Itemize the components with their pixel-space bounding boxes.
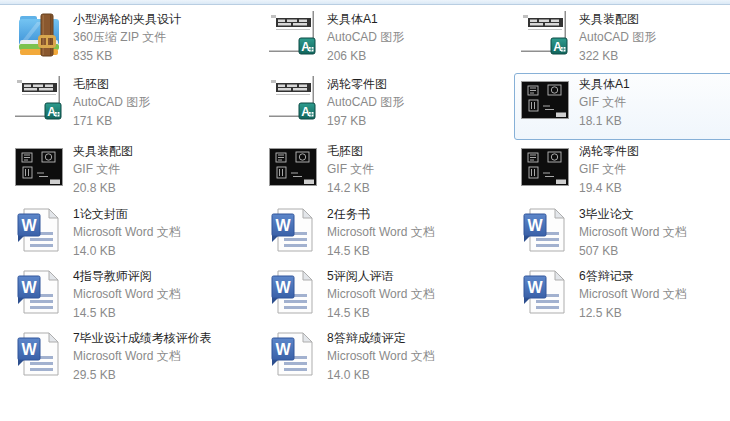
- file-size: 14.5 KB: [73, 304, 181, 323]
- file-name: 4指导教师评阅: [73, 267, 181, 285]
- file-size: 835 KB: [73, 47, 181, 66]
- word-document-icon: W: [521, 268, 569, 316]
- file-text-block: 涡轮零件图 AutoCAD 图形 197 KB: [327, 75, 404, 131]
- file-grid: 小型涡轮的夹具设计 360压缩 ZIP 文件 835 KB A: [8, 8, 730, 389]
- svg-text:W: W: [21, 279, 37, 296]
- svg-text:W: W: [275, 217, 291, 234]
- file-type: GIF 文件: [73, 160, 133, 179]
- file-text-block: 7毕业设计成绩考核评价表 Microsoft Word 文档 29.5 KB: [73, 329, 212, 385]
- file-name: 2任务书: [327, 205, 435, 223]
- file-size: 18.1 KB: [579, 112, 630, 131]
- svg-text:W: W: [21, 341, 37, 358]
- file-size: 29.5 KB: [73, 366, 212, 385]
- file-tile[interactable]: W 8答辩成绩评定 Microsoft Word 文档 14.0 KB: [262, 327, 514, 389]
- svg-text:W: W: [527, 217, 543, 234]
- autocad-drawing-icon: A: [269, 76, 317, 124]
- file-type: AutoCAD 图形: [327, 93, 404, 112]
- word-document-icon: W: [15, 268, 63, 316]
- file-name: 涡轮零件图: [579, 142, 639, 160]
- file-name: 涡轮零件图: [327, 75, 404, 93]
- file-type: GIF 文件: [579, 160, 639, 179]
- file-name: 8答辩成绩评定: [327, 329, 435, 347]
- word-document-icon: W: [269, 330, 317, 378]
- file-name: 7毕业设计成绩考核评价表: [73, 329, 212, 347]
- word-document-icon: W: [15, 330, 63, 378]
- file-size: 197 KB: [327, 112, 404, 131]
- file-type: Microsoft Word 文档: [73, 223, 181, 242]
- file-name: 1论文封面: [73, 205, 181, 223]
- file-type: GIF 文件: [327, 160, 374, 179]
- gif-image-icon: [15, 143, 63, 191]
- file-name: 5评阅人评语: [327, 267, 435, 285]
- file-size: 14.2 KB: [327, 179, 374, 198]
- file-name: 3毕业论文: [579, 205, 687, 223]
- gif-image-icon: [269, 143, 317, 191]
- word-document-icon: W: [521, 206, 569, 254]
- file-tile[interactable]: W 7毕业设计成绩考核评价表 Microsoft Word 文档 29.5 KB: [8, 327, 262, 389]
- file-tile[interactable]: 涡轮零件图 GIF 文件 19.4 KB: [514, 140, 730, 203]
- file-size: 507 KB: [579, 242, 687, 261]
- file-tile[interactable]: 毛胚图 GIF 文件 14.2 KB: [262, 140, 514, 203]
- word-document-icon: W: [269, 268, 317, 316]
- file-text-block: 8答辩成绩评定 Microsoft Word 文档 14.0 KB: [327, 329, 435, 385]
- file-tile[interactable]: 小型涡轮的夹具设计 360压缩 ZIP 文件 835 KB: [8, 8, 262, 73]
- file-type: Microsoft Word 文档: [73, 347, 212, 366]
- file-tile[interactable]: A 夹具装配图 AutoCAD 图形 322 KB: [514, 8, 730, 73]
- gif-image-icon: [521, 143, 569, 191]
- file-size: 14.5 KB: [327, 242, 435, 261]
- gif-image-icon: [521, 76, 569, 124]
- file-text-block: 6答辩记录 Microsoft Word 文档 12.5 KB: [579, 267, 687, 323]
- file-text-block: 夹具装配图 AutoCAD 图形 322 KB: [579, 10, 656, 66]
- autocad-drawing-icon: A: [521, 11, 569, 59]
- svg-text:A: A: [47, 105, 56, 119]
- autocad-drawing-icon: A: [269, 11, 317, 59]
- word-document-icon: W: [269, 330, 317, 378]
- file-tile[interactable]: A 夹具体A1 AutoCAD 图形 206 KB: [262, 8, 514, 73]
- file-text-block: 5评阅人评语 Microsoft Word 文档 14.5 KB: [327, 267, 435, 323]
- gif-image-icon: [269, 143, 317, 191]
- word-document-icon: W: [521, 268, 569, 316]
- file-name: 夹具体A1: [327, 10, 404, 28]
- file-tile[interactable]: W 1论文封面 Microsoft Word 文档 14.0 KB: [8, 203, 262, 265]
- autocad-drawing-icon: A: [521, 11, 569, 59]
- file-type: AutoCAD 图形: [579, 28, 656, 47]
- word-document-icon: W: [15, 268, 63, 316]
- file-tile[interactable]: W 5评阅人评语 Microsoft Word 文档 14.5 KB: [262, 265, 514, 327]
- file-type: Microsoft Word 文档: [579, 223, 687, 242]
- file-name: 6答辩记录: [579, 267, 687, 285]
- autocad-drawing-icon: A: [269, 76, 317, 124]
- file-type: AutoCAD 图形: [327, 28, 404, 47]
- file-type: GIF 文件: [579, 93, 630, 112]
- file-size: 20.8 KB: [73, 179, 133, 198]
- file-text-block: 1论文封面 Microsoft Word 文档 14.0 KB: [73, 205, 181, 261]
- file-text-block: 涡轮零件图 GIF 文件 19.4 KB: [579, 142, 639, 198]
- word-document-icon: W: [521, 206, 569, 254]
- file-text-block: 小型涡轮的夹具设计 360压缩 ZIP 文件 835 KB: [73, 10, 181, 66]
- file-tile[interactable]: W 6答辩记录 Microsoft Word 文档 12.5 KB: [514, 265, 730, 327]
- file-tile[interactable]: A 毛胚图 AutoCAD 图形 171 KB: [8, 73, 262, 140]
- file-name: 小型涡轮的夹具设计: [73, 10, 181, 28]
- file-type: Microsoft Word 文档: [327, 223, 435, 242]
- autocad-drawing-icon: A: [15, 76, 63, 124]
- file-size: 14.5 KB: [327, 304, 435, 323]
- word-document-icon: W: [15, 206, 63, 254]
- file-size: 12.5 KB: [579, 304, 687, 323]
- svg-text:A: A: [553, 40, 562, 54]
- file-tile[interactable]: W 3毕业论文 Microsoft Word 文档 507 KB: [514, 203, 730, 265]
- word-document-icon: W: [269, 206, 317, 254]
- file-size: 14.0 KB: [327, 366, 435, 385]
- file-size: 171 KB: [73, 112, 150, 131]
- file-type: Microsoft Word 文档: [73, 285, 181, 304]
- svg-text:W: W: [275, 341, 291, 358]
- file-type: Microsoft Word 文档: [327, 285, 435, 304]
- file-name: 夹具装配图: [579, 10, 656, 28]
- file-size: 19.4 KB: [579, 179, 639, 198]
- file-type: AutoCAD 图形: [73, 93, 150, 112]
- zip-archive-icon: [15, 11, 63, 59]
- file-tile[interactable]: A 涡轮零件图 AutoCAD 图形 197 KB: [262, 73, 514, 140]
- file-tile[interactable]: W 2任务书 Microsoft Word 文档 14.5 KB: [262, 203, 514, 265]
- file-tile[interactable]: W 4指导教师评阅 Microsoft Word 文档 14.5 KB: [8, 265, 262, 327]
- file-tile[interactable]: 夹具体A1 GIF 文件 18.1 KB: [514, 73, 730, 140]
- gif-image-icon: [15, 143, 63, 191]
- file-tile[interactable]: 夹具装配图 GIF 文件 20.8 KB: [8, 140, 262, 203]
